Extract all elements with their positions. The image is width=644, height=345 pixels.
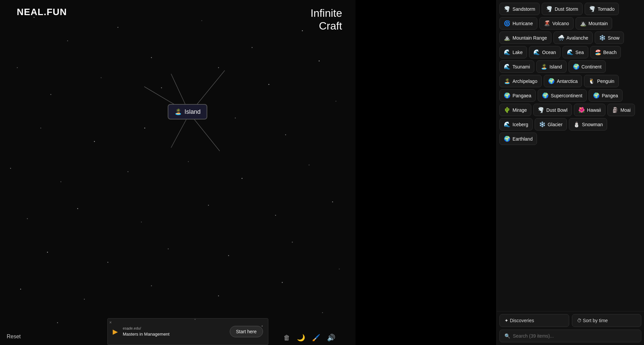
star bbox=[141, 221, 142, 223]
item-chip-earthland[interactable]: 🌍Earthland bbox=[499, 133, 537, 145]
item-chip-hurricane[interactable]: 🌀Hurricane bbox=[499, 17, 537, 30]
item-emoji: 🏖️ bbox=[595, 49, 601, 55]
item-chip-volcano[interactable]: 🌋Volcano bbox=[539, 17, 574, 30]
game-title: Infinite Craft bbox=[311, 7, 342, 33]
item-label: Supercontinent bbox=[551, 93, 582, 98]
item-label: Lake bbox=[513, 50, 523, 55]
search-input[interactable] bbox=[513, 333, 636, 339]
item-emoji: ⛰️ bbox=[580, 20, 587, 27]
ad-text: esade.edu/ Masters in Management bbox=[123, 326, 169, 337]
star bbox=[127, 329, 128, 330]
item-emoji: 🌍 bbox=[504, 136, 511, 142]
item-emoji: 🌪️ bbox=[589, 6, 596, 12]
island-node[interactable]: 🏝️ Island bbox=[168, 104, 207, 119]
item-emoji: 🌪️ bbox=[504, 6, 511, 12]
item-chip-archipelago[interactable]: 🏝️Archipelago bbox=[499, 75, 542, 87]
trash-icon[interactable]: 🗑 bbox=[283, 334, 290, 342]
star bbox=[144, 128, 145, 129]
ad-start-button[interactable]: Start here bbox=[230, 326, 263, 337]
item-chip-moai[interactable]: 🗿Moai bbox=[607, 104, 635, 116]
star bbox=[67, 40, 68, 41]
ad-close-button[interactable]: × bbox=[109, 320, 112, 325]
item-label: Sea bbox=[576, 50, 584, 55]
item-chip-dust-bowl[interactable]: 🌪️Dust Bowl bbox=[533, 104, 572, 116]
item-chip-mirage[interactable]: 🌵Mirage bbox=[499, 104, 531, 116]
sort-by-time-button[interactable]: ⏱ Sort by time bbox=[572, 314, 642, 327]
item-chip-continent[interactable]: 🌍Continent bbox=[569, 60, 606, 73]
star bbox=[339, 268, 340, 269]
item-emoji: 🌍 bbox=[593, 92, 600, 99]
item-chip-tornado[interactable]: 🌪️Tornado bbox=[585, 3, 619, 15]
item-chip-avalanche[interactable]: 🌨️Avalanche bbox=[553, 32, 593, 44]
star bbox=[60, 181, 61, 182]
star bbox=[17, 67, 18, 68]
item-emoji: 🌊 bbox=[533, 49, 540, 55]
item-chip-hawaii[interactable]: 🌺Hawaii bbox=[574, 104, 605, 116]
item-chip-antarctica[interactable]: 🌍Antarctica bbox=[544, 75, 582, 87]
item-label: Tornado bbox=[598, 6, 615, 12]
star bbox=[275, 215, 276, 216]
item-label: Glacier bbox=[548, 122, 562, 127]
sound-icon[interactable]: 🔊 bbox=[327, 334, 335, 342]
item-emoji: ❄️ bbox=[539, 121, 546, 128]
item-chip-sandstorm[interactable]: 🌪️Sandstorm bbox=[499, 3, 540, 15]
item-chip-ocean[interactable]: 🌊Ocean bbox=[529, 46, 560, 58]
item-chip-penguin[interactable]: 🐧Penguin bbox=[584, 75, 619, 87]
item-emoji: 🐧 bbox=[588, 78, 595, 84]
item-emoji: 🌋 bbox=[544, 20, 550, 27]
item-chip-snowman[interactable]: ⛄Snowman bbox=[569, 118, 607, 131]
logo: NEAL.FUN bbox=[17, 7, 67, 17]
item-label: Penguin bbox=[597, 79, 614, 84]
star bbox=[40, 128, 41, 129]
star bbox=[235, 117, 236, 118]
item-chip-glacier[interactable]: ❄️Glacier bbox=[535, 118, 567, 131]
brush-icon[interactable]: 🖌️ bbox=[312, 334, 320, 342]
discoveries-button[interactable]: ✦ Discoveries bbox=[499, 314, 569, 327]
item-label: Island bbox=[549, 64, 562, 69]
search-bar[interactable]: 🔍 bbox=[499, 330, 641, 342]
star bbox=[117, 27, 118, 28]
right-panel: 🌪️Sandstorm🌪️Dust Storm🌪️Tornado🌀Hurrica… bbox=[496, 0, 644, 345]
item-label: Pangaea bbox=[513, 93, 531, 98]
item-chip-supercontinent[interactable]: 🌍Supercontinent bbox=[538, 89, 587, 102]
item-emoji: 🗿 bbox=[612, 107, 619, 113]
reset-button[interactable]: Reset bbox=[7, 334, 21, 340]
item-chip-lake[interactable]: 🌊Lake bbox=[499, 46, 527, 58]
star bbox=[282, 282, 283, 283]
star bbox=[10, 168, 11, 169]
item-chip-dust-storm[interactable]: 🌪️Dust Storm bbox=[542, 3, 583, 15]
item-chip-sea[interactable]: 🌊Sea bbox=[562, 46, 588, 58]
moon-icon[interactable]: 🌙 bbox=[297, 334, 305, 342]
star bbox=[84, 299, 85, 300]
item-chip-beach[interactable]: 🏖️Beach bbox=[590, 46, 621, 58]
star bbox=[285, 134, 286, 135]
item-chip-pangaea[interactable]: 🌍Pangaea bbox=[499, 89, 536, 102]
item-label: Antarctica bbox=[557, 79, 578, 84]
item-emoji: 🌊 bbox=[504, 121, 511, 128]
ad-title: Masters in Management bbox=[123, 331, 169, 337]
item-label: Hurricane bbox=[513, 21, 533, 26]
item-label: Tsunami bbox=[513, 64, 530, 69]
star bbox=[335, 101, 336, 102]
item-emoji: 🌊 bbox=[504, 63, 511, 70]
item-chip-snow[interactable]: ❄️Snow bbox=[595, 32, 624, 44]
game-title-line1: Infinite bbox=[311, 7, 342, 19]
item-label: Mirage bbox=[513, 107, 527, 113]
panel-bottom: ✦ Discoveries ⏱ Sort by time 🔍 bbox=[497, 311, 644, 345]
star bbox=[252, 47, 253, 48]
item-label: Volcano bbox=[552, 21, 569, 26]
star bbox=[34, 17, 35, 18]
item-chip-mountain[interactable]: ⛰️Mountain bbox=[576, 17, 612, 30]
item-chip-iceberg[interactable]: 🌊Iceberg bbox=[499, 118, 533, 131]
star bbox=[319, 60, 320, 61]
item-chip-mountain-range[interactable]: ⛰️Mountain Range bbox=[499, 32, 551, 44]
item-chip-tsunami[interactable]: 🌊Tsunami bbox=[499, 60, 534, 73]
item-label: Moai bbox=[621, 107, 631, 113]
star bbox=[188, 161, 189, 162]
item-chip-island[interactable]: 🏝️Island bbox=[536, 60, 566, 73]
canvas-area[interactable]: NEAL.FUN Infinite Craft 🏝️ Island Reset … bbox=[0, 0, 356, 345]
island-emoji: 🏝️ bbox=[174, 108, 182, 115]
ad-source: esade.edu/ bbox=[123, 326, 169, 331]
item-chip-pangea[interactable]: 🌍Pangea bbox=[589, 89, 622, 102]
star bbox=[292, 242, 293, 243]
